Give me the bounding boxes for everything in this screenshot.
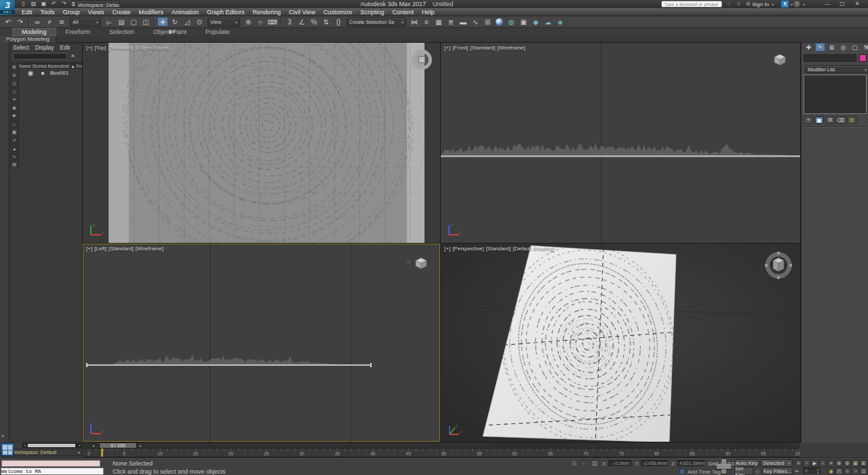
maxscript-mini-listener[interactable]: Welcome to MA [1, 468, 104, 475]
se-shapes-filter-icon[interactable]: ◇ [11, 88, 18, 96]
pan-hand-icon[interactable]: ⊹ [844, 468, 851, 475]
viewcube-face[interactable] [418, 56, 425, 63]
left-label-wireframe[interactable]: [Wireframe] [136, 246, 163, 252]
perspective-label-+[interactable]: [+] [444, 246, 450, 252]
render-production-icon[interactable]: ◆ [530, 17, 541, 26]
snaps-toggle-icon[interactable]: 3 [284, 17, 295, 26]
curve-editor-icon[interactable]: ∿ [470, 17, 481, 26]
object-name-field[interactable] [804, 54, 856, 62]
viewport-top[interactable]: [+][Top][Standard][Edged Faces] yx [83, 43, 440, 243]
left-label-left[interactable]: [Left] [94, 246, 106, 252]
add-time-tag-button[interactable]: Add Time Tag [688, 469, 721, 475]
se-groups-filter-icon[interactable]: ▣ [11, 128, 18, 136]
named-selection-set-dropdown[interactable]: Create Selection Se▾ [347, 18, 406, 26]
top-label-standard[interactable]: [Standard] [108, 45, 133, 51]
menu-scripting[interactable]: Scripting [356, 8, 388, 16]
app-logo-icon[interactable]: 3MAX [0, 0, 15, 15]
fingerprint-plane-top[interactable] [108, 43, 425, 243]
go-to-start-icon[interactable]: « [795, 459, 802, 467]
zoom-extents-all-icon[interactable]: ⊞ [860, 459, 867, 467]
polygon-modeling-panel[interactable]: Polygon Modeling [0, 36, 56, 43]
perspective-label-standard[interactable]: [Standard] [486, 246, 511, 252]
menu-civil-view[interactable]: Civil View [285, 8, 319, 16]
front-label-+[interactable]: [+] [444, 45, 450, 51]
use-pivot-point-center-icon[interactable]: ⊕ [243, 17, 254, 26]
new-scene-icon[interactable]: ▯ [19, 0, 28, 7]
se-lights-filter-icon[interactable]: ☀ [11, 96, 18, 104]
set-key-mode-icon[interactable]: ⊹ [755, 468, 760, 475]
perspective-label-perspective[interactable]: [Perspective] [452, 246, 484, 252]
current-frame-marker[interactable] [101, 449, 103, 457]
visibility-eye-icon[interactable]: ◉ [25, 69, 36, 78]
help-chevron-icon[interactable]: ▾ [803, 2, 805, 7]
zoom-icon[interactable]: ⊕ [835, 459, 843, 467]
help-icon[interactable]: ? [793, 1, 800, 7]
maximize-viewport-icon[interactable]: ⊡ [860, 468, 867, 475]
left-label-standard[interactable]: [Standard] [108, 246, 134, 252]
mirror-icon[interactable]: ⋈ [409, 17, 420, 26]
keyboard-override-icon[interactable]: ⌨ [267, 17, 278, 26]
track-bar[interactable]: 0510152025303540455055606570758085909510… [83, 449, 800, 457]
render-flyout-icon[interactable]: ◈ [555, 17, 566, 26]
time-slider[interactable]: ◂ 0 / 100 ▸ [83, 442, 800, 449]
next-frame-arrow-icon[interactable]: ▸ [140, 443, 142, 448]
se-geometry-filter-icon[interactable]: ◎ [11, 79, 18, 88]
selection-lock-icon[interactable]: ⊠ [572, 460, 577, 467]
undo-icon[interactable]: ↶ [3, 17, 14, 26]
frame-spinner-icon[interactable]: ▴▾ [817, 468, 819, 474]
fingerprint-plane-perspective[interactable] [441, 244, 800, 442]
front-label-front[interactable]: [Front] [452, 45, 468, 51]
key-mode-icon[interactable]: ◆ [827, 468, 835, 475]
absolute-mode-icon[interactable]: ⊡ [592, 460, 597, 467]
configure-modifier-sets-icon[interactable]: ⚙ [847, 116, 856, 124]
time-slider-handle[interactable]: 0 / 100 [99, 442, 137, 449]
top-label-top[interactable]: [Top] [94, 45, 106, 51]
menu-help[interactable]: Help [418, 8, 439, 16]
scroll-left-icon[interactable]: ◂ [24, 443, 26, 447]
create-tab[interactable]: ✚ [804, 43, 814, 52]
hierarchy-tab[interactable]: ⊞ [827, 43, 837, 52]
spinner-snap-icon[interactable]: ⇅ [321, 17, 332, 26]
se-spacewarps-filter-icon[interactable]: ≈ [11, 120, 18, 128]
render-setup-icon[interactable]: ◍ [506, 17, 517, 26]
select-and-move-icon[interactable]: ✛ [157, 17, 168, 26]
se-lock-icon[interactable]: ⊠ [11, 63, 18, 71]
play-icon[interactable]: ▶ [811, 459, 818, 467]
y-coord-field[interactable]: -2,458.4mm [641, 460, 668, 466]
rectangular-selection-region-icon[interactable]: ▢ [128, 17, 139, 26]
key-filters-button[interactable]: Key Filters... [762, 468, 793, 475]
render-in-cloud-icon[interactable]: ☁ [542, 17, 553, 26]
open-file-icon[interactable]: ▨ [29, 0, 38, 7]
menu-edit[interactable]: Edit [18, 8, 37, 16]
select-and-manipulate-icon[interactable]: ⊹ [255, 17, 266, 26]
left-label-+[interactable]: [+] [86, 246, 92, 252]
viewport-layout-button[interactable] [1, 443, 14, 457]
material-editor-icon[interactable]: ● [496, 18, 503, 26]
menu-rendering[interactable]: Rendering [249, 8, 285, 16]
favorites-icon[interactable]: ☆ [734, 0, 743, 7]
menu-views[interactable]: Views [84, 8, 108, 16]
snap-mode-icon[interactable]: ⌖ [582, 460, 585, 468]
z-coord-field[interactable]: 4,821.18mm [677, 460, 705, 466]
save-file-icon[interactable]: ▣ [39, 0, 48, 7]
ribbon-toggle-icon[interactable]: ▬ [458, 17, 469, 26]
select-and-place-icon[interactable]: ⊙ [194, 17, 205, 26]
communication-center-icon[interactable]: ◌ [725, 0, 733, 7]
selected-set-dropdown[interactable]: Selected▾ [760, 459, 793, 467]
menu-create[interactable]: Create [108, 8, 134, 16]
sign-in-button[interactable]: Sign In [752, 1, 769, 7]
user-icon[interactable]: ⊙ [744, 0, 752, 7]
zoom-extents-icon[interactable]: ▣ [852, 459, 859, 467]
modify-tab[interactable]: ✎ [815, 43, 825, 52]
select-object-icon[interactable]: ▻ [104, 17, 115, 26]
maximize-icon[interactable]: ▢ [837, 0, 848, 7]
se-materials-filter-icon[interactable]: ● [11, 145, 18, 153]
front-label-wireframe[interactable]: [Wireframe] [497, 45, 525, 51]
show-end-result-icon[interactable]: ▣ [814, 116, 824, 124]
named-selection-sets-icon[interactable]: {} [333, 17, 344, 26]
viewport-left[interactable]: [+][Left][Standard][Wireframe] ⌂ zy [83, 244, 440, 442]
se-xrefs-filter-icon[interactable]: ⇗ [11, 136, 18, 145]
remove-modifier-icon[interactable]: ⌫ [836, 116, 846, 124]
explorer-scrollbar[interactable]: ◂ ▸ [22, 443, 82, 448]
modifier-list-dropdown[interactable]: Modifier List▾ [805, 65, 868, 73]
